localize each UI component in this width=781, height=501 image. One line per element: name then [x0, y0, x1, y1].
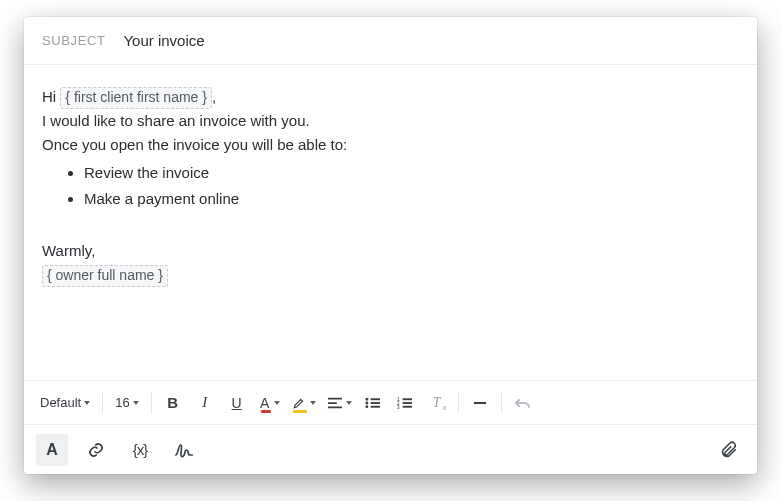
insert-variable-button[interactable]: {x}	[124, 434, 156, 466]
signoff-line: Warmly,	[42, 239, 739, 263]
align-left-icon	[328, 397, 342, 409]
toolbar-separator	[102, 392, 103, 414]
svg-text:3: 3	[397, 404, 400, 408]
chevron-down-icon	[346, 401, 352, 405]
horizontal-rule-icon	[473, 396, 487, 410]
svg-point-2	[366, 405, 369, 408]
text-color-dropdown[interactable]: A	[254, 388, 284, 418]
horizontal-rule-button[interactable]	[465, 388, 495, 418]
greeting-suffix: ,	[212, 88, 216, 105]
signature-line: { owner full name }	[42, 263, 739, 287]
undo-button[interactable]	[508, 388, 538, 418]
clear-formatting-button[interactable]: Tx	[422, 388, 452, 418]
token-client-first-name[interactable]: { first client first name }	[60, 87, 212, 109]
text-format-toggle[interactable]: A	[36, 434, 68, 466]
subject-row: SUBJECT	[24, 17, 757, 65]
chevron-down-icon	[310, 401, 316, 405]
font-family-dropdown[interactable]: Default	[34, 388, 96, 418]
font-size-dropdown[interactable]: 16	[109, 388, 144, 418]
numbered-list-button[interactable]: 1 2 3	[390, 388, 420, 418]
highlight-color-dropdown[interactable]	[286, 388, 320, 418]
subject-input[interactable]	[121, 31, 739, 50]
chevron-down-icon	[84, 401, 90, 405]
signature-icon	[174, 441, 194, 459]
underline-button[interactable]: U	[222, 388, 252, 418]
insert-link-button[interactable]	[80, 434, 112, 466]
font-family-label: Default	[40, 395, 81, 410]
body-line-1: I would like to share an invoice with yo…	[42, 109, 739, 133]
toolbar-separator	[501, 392, 502, 414]
insert-signature-button[interactable]	[168, 434, 200, 466]
greeting-prefix: Hi	[42, 88, 60, 105]
body-line-2: Once you open the invoice you will be ab…	[42, 133, 739, 157]
align-dropdown[interactable]	[322, 388, 356, 418]
highlighter-icon	[292, 396, 306, 410]
email-body[interactable]: Hi { first client first name }, I would …	[24, 65, 757, 380]
token-owner-full-name[interactable]: { owner full name }	[42, 265, 168, 287]
italic-button[interactable]: I	[190, 388, 220, 418]
list-item: Make a payment online	[84, 187, 739, 211]
undo-icon	[515, 396, 530, 410]
chevron-down-icon	[133, 401, 139, 405]
variable-icon: {x}	[133, 441, 148, 458]
subject-label: SUBJECT	[42, 33, 105, 48]
email-editor-card: SUBJECT Hi { first client first name }, …	[24, 17, 757, 474]
formatting-toolbar: Default 16 B I U A	[24, 380, 757, 424]
numbered-list-icon: 1 2 3	[397, 397, 412, 409]
bullet-list-button[interactable]	[358, 388, 388, 418]
svg-point-0	[366, 397, 369, 400]
list-item: Review the invoice	[84, 161, 739, 185]
toolbar-separator	[151, 392, 152, 414]
greeting-line: Hi { first client first name },	[42, 85, 739, 109]
bold-button[interactable]: B	[158, 388, 188, 418]
link-icon	[87, 441, 105, 459]
toolbar-separator	[458, 392, 459, 414]
font-size-label: 16	[115, 395, 129, 410]
chevron-down-icon	[274, 401, 280, 405]
body-bullet-list: Review the invoice Make a payment online	[42, 161, 739, 211]
attach-file-button[interactable]	[713, 434, 745, 466]
insert-toolbar: A {x}	[24, 424, 757, 474]
bullet-list-icon	[365, 397, 380, 409]
paperclip-icon	[720, 440, 738, 460]
svg-point-1	[366, 401, 369, 404]
